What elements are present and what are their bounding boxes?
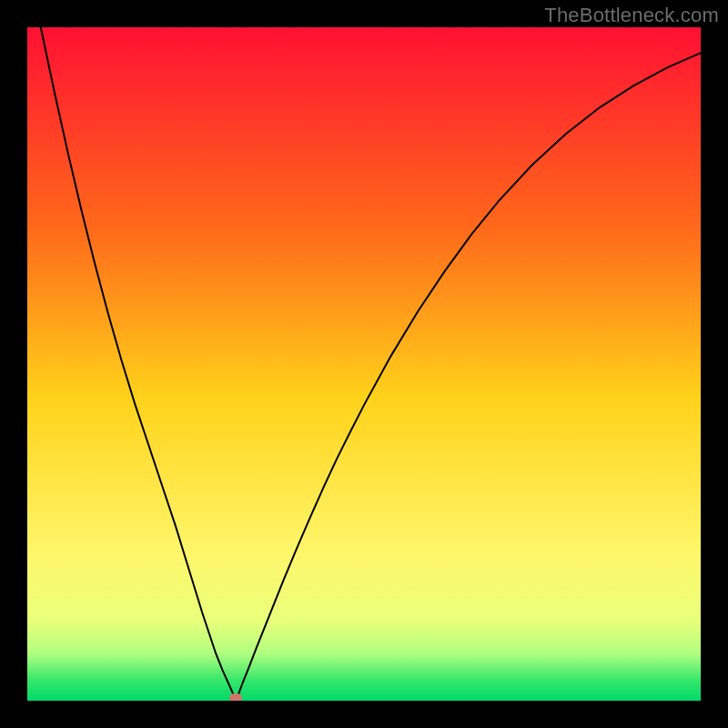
- plot-area: [27, 27, 701, 701]
- bottleneck-curve: [27, 27, 701, 701]
- curve-path: [27, 27, 701, 701]
- chart-stage: TheBottleneck.com: [0, 0, 728, 728]
- watermark-text: TheBottleneck.com: [544, 4, 719, 27]
- minimum-marker: [229, 693, 242, 701]
